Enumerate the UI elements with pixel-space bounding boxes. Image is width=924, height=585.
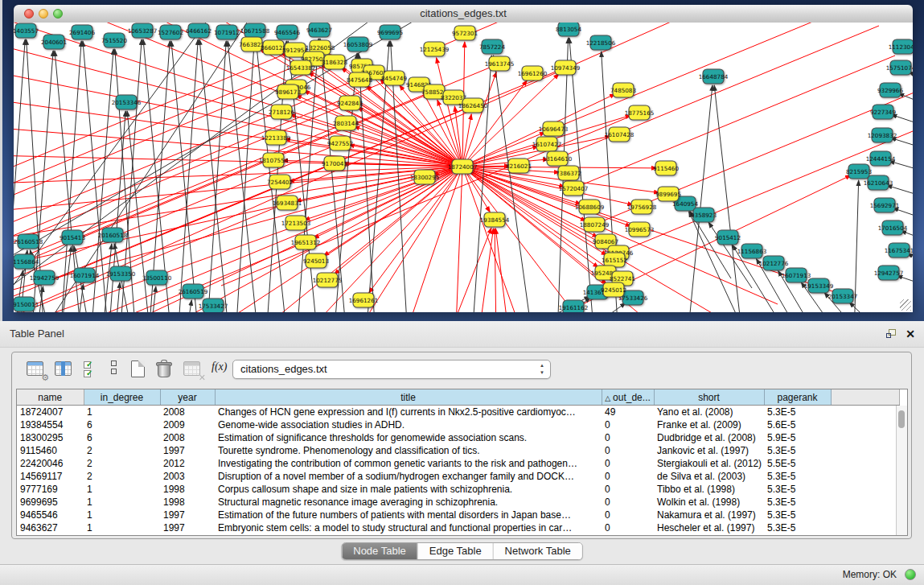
network-node[interactable]: 15692971 xyxy=(870,198,900,212)
column-header-pagerank[interactable]: pagerank xyxy=(764,389,831,406)
column-header-title[interactable]: title xyxy=(215,389,602,406)
table-cell[interactable]: Dudbridge et al. (2008) xyxy=(654,431,764,444)
tab-node-table[interactable]: Node Table xyxy=(342,543,418,559)
table-cell[interactable]: 9463627 xyxy=(17,521,84,534)
table-cell[interactable]: Changes of HCN gene expression and I(f) … xyxy=(215,406,602,419)
table-cell[interactable]: Tibbo et al. (1998) xyxy=(654,483,764,496)
network-canvas[interactable]: 1403557204060126914067515520106532871527… xyxy=(14,23,913,312)
table-cell[interactable]: 1 xyxy=(84,406,160,419)
network-node[interactable]: 19153349 xyxy=(804,278,834,293)
table-cell[interactable]: 1997 xyxy=(160,509,215,521)
network-node[interactable]: 11156863 xyxy=(737,244,767,258)
network-node[interactable]: 9227349 xyxy=(870,105,896,119)
network-node[interactable]: 20153347 xyxy=(828,289,858,303)
network-node[interactable]: 7254402 xyxy=(267,175,293,189)
network-node[interactable]: 19756928 xyxy=(627,200,657,214)
network-node[interactable]: 8216021 xyxy=(506,159,532,173)
column-header-name[interactable]: name xyxy=(17,389,84,406)
table-cell[interactable]: 2008 xyxy=(160,406,215,419)
network-node[interactable]: 9245013 xyxy=(303,253,329,268)
network-node[interactable]: 15751074 xyxy=(886,60,913,75)
table-cell[interactable]: 9777169 xyxy=(17,483,84,496)
table-cell[interactable]: 5.9E-5 xyxy=(764,431,831,444)
table-row[interactable]: 1456911722003Disruption of a novel membe… xyxy=(17,470,900,483)
table-cell[interactable]: 0 xyxy=(602,418,654,431)
network-node[interactable]: 11123044 xyxy=(889,39,913,54)
table-cell[interactable]: 6 xyxy=(84,431,160,444)
table-cell[interactable]: 1 xyxy=(84,509,160,521)
network-node[interactable]: 19613745 xyxy=(485,56,515,71)
network-node[interactable]: 16071913 xyxy=(782,268,811,282)
tab-network-table[interactable]: Network Table xyxy=(494,543,582,559)
network-node[interactable]: 19384554 xyxy=(480,212,510,227)
table-cell[interactable]: 0 xyxy=(602,431,654,444)
network-node[interactable]: 15720407 xyxy=(559,181,589,196)
network-node[interactable]: 9170041 xyxy=(322,156,347,171)
network-node[interactable]: 9896173 xyxy=(275,84,301,99)
network-node[interactable]: 19651312 xyxy=(291,235,321,249)
network-node[interactable]: 20160518 xyxy=(98,228,128,242)
table-cell[interactable]: Structural magnetic resonance image aver… xyxy=(215,496,602,509)
table-cell[interactable]: 6 xyxy=(84,418,160,431)
network-window-titlebar[interactable]: citations_edges.txt xyxy=(14,5,913,23)
network-node[interactable]: 12218506 xyxy=(586,35,616,50)
table-cell[interactable]: 0 xyxy=(602,496,654,509)
network-node[interactable]: 9329966 xyxy=(877,83,903,97)
network-node[interactable]: 39150011 xyxy=(14,297,39,311)
table-selector-dropdown[interactable]: citations_edges.txt ▲▼ xyxy=(232,360,551,379)
network-node[interactable]: 18775165 xyxy=(625,105,655,120)
network-node[interactable]: 9015412 xyxy=(715,230,741,245)
tab-edge-table[interactable]: Edge Table xyxy=(418,543,494,559)
column-header-short[interactable]: short xyxy=(654,389,764,406)
close-panel-icon[interactable]: ✕ xyxy=(906,327,915,341)
float-window-icon[interactable] xyxy=(886,329,897,339)
table-cell[interactable]: 0 xyxy=(602,470,654,483)
network-node[interactable]: 18626450 xyxy=(458,98,488,113)
table-cell[interactable]: 9465546 xyxy=(17,509,84,521)
network-node[interactable]: 16934831 xyxy=(273,196,302,210)
table-cell[interactable]: 2 xyxy=(84,457,160,470)
network-node[interactable]: 2803144 xyxy=(333,116,359,130)
table-cell[interactable]: Franke et al. (2009) xyxy=(654,418,764,431)
network-node[interactable]: 26160519 xyxy=(179,284,208,299)
network-node[interactable]: 16053809 xyxy=(343,37,373,51)
table-cell[interactable]: Yano et al. (2008) xyxy=(654,406,764,419)
network-node[interactable]: 1527602 xyxy=(158,25,183,39)
table-cell[interactable]: 1998 xyxy=(160,483,215,496)
table-cell[interactable]: 5.3E-5 xyxy=(764,444,831,457)
table-cell[interactable]: 5.3E-5 xyxy=(764,470,831,483)
table-cell[interactable]: Corpus callosum shape and size in male p… xyxy=(215,483,602,496)
table-row[interactable]: 1830029562008Estimation of significance … xyxy=(17,431,900,444)
table-cell[interactable]: Stergiakouli et al. (2012) xyxy=(654,457,764,470)
table-cell[interactable]: Tourette syndrome. Phenomenology and cla… xyxy=(215,444,602,457)
network-node[interactable]: 16210643 xyxy=(864,175,893,190)
network-node[interactable]: 7857224 xyxy=(479,39,505,54)
network-node[interactable]: 8813054 xyxy=(556,23,581,36)
table-cell[interactable]: 0 xyxy=(602,521,654,534)
table-cell[interactable]: 0 xyxy=(602,509,654,521)
table-row[interactable]: 946554611997Estimation of the future num… xyxy=(17,509,900,521)
network-node[interactable]: 16107428 xyxy=(605,127,634,142)
network-node[interactable]: 11675341 xyxy=(885,243,913,257)
table-cell[interactable]: 1998 xyxy=(160,496,215,509)
table-cell[interactable]: 1 xyxy=(84,496,160,509)
table-options-icon[interactable]: ⚙ xyxy=(25,359,46,379)
row-height-icon[interactable] xyxy=(104,359,125,379)
network-node[interactable]: 6466162 xyxy=(186,23,211,38)
network-node[interactable]: 17016504 xyxy=(878,220,908,235)
network-node[interactable]: 10696473 xyxy=(539,122,569,136)
table-cell[interactable]: 5.3E-5 xyxy=(764,483,831,496)
network-node[interactable]: 10212775 xyxy=(313,273,343,287)
table-cell[interactable]: Jankovic et al. (1997) xyxy=(654,444,764,457)
table-cell[interactable]: 1 xyxy=(84,521,160,534)
network-node[interactable]: 9572301 xyxy=(452,26,478,40)
table-cell[interactable]: 9699695 xyxy=(17,496,84,509)
table-cell[interactable]: 5.3E-5 xyxy=(764,509,831,521)
show-column-icon[interactable] xyxy=(53,359,74,379)
network-node[interactable]: 7386372 xyxy=(556,166,581,180)
table-cell[interactable]: 49 xyxy=(602,406,654,419)
delete-table-icon[interactable] xyxy=(154,359,175,379)
network-node[interactable]: 19161162 xyxy=(559,300,589,312)
network-node[interactable]: 18807249 xyxy=(580,217,610,232)
table-cell[interactable]: 5.3E-5 xyxy=(764,406,831,419)
